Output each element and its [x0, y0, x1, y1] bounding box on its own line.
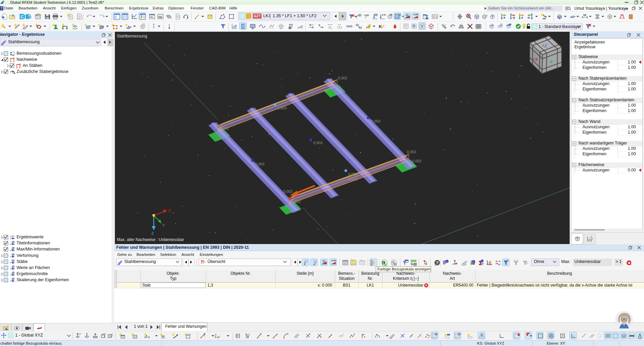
svg-text:-x: -x [527, 16, 530, 19]
svg-text:0,002: 0,002 [291, 199, 301, 204]
svg-text:x.xx: x.xx [364, 14, 369, 16]
svg-text:+X: +X [532, 57, 538, 62]
svg-text:z: z [521, 16, 523, 19]
svg-text:i: i [473, 261, 474, 263]
svg-text:2: 2 [215, 333, 217, 336]
svg-text:x.xx: x.xx [382, 14, 386, 16]
svg-text:X: X [382, 262, 384, 265]
svg-text:0,002: 0,002 [412, 159, 422, 163]
svg-text:Z: Z [151, 231, 154, 236]
svg-text:0,003: 0,003 [371, 119, 380, 123]
svg-text:C: C [21, 14, 24, 19]
svg-text:xx: xx [162, 335, 165, 338]
svg-text:I: I [26, 27, 26, 30]
svg-text:0,002: 0,002 [283, 189, 293, 193]
svg-text:X: X [168, 208, 171, 213]
svg-text:>sc: >sc [158, 16, 162, 18]
svg-text:X: X [392, 262, 394, 265]
svg-text:0,002: 0,002 [348, 172, 358, 176]
svg-text:0,003: 0,003 [277, 106, 287, 110]
svg-text:Max. aller Nachweise : Unbemes: Max. aller Nachweise : Unbemessbar [117, 237, 184, 242]
svg-text:0,002: 0,002 [338, 76, 347, 80]
svg-text:I: I [377, 336, 378, 339]
svg-text:Y: Y [162, 223, 165, 228]
svg-text:0,00: 0,00 [411, 262, 417, 266]
svg-text:x.xx: x.xx [10, 235, 15, 237]
svg-text:10: 10 [583, 14, 586, 17]
svg-text:0,003: 0,003 [255, 162, 265, 166]
svg-text:!: ! [204, 261, 205, 263]
svg-text:x.xx: x.xx [331, 259, 336, 262]
svg-text:Stahlbemessung: Stahlbemessung [117, 34, 147, 38]
svg-text:?: ? [436, 261, 439, 265]
svg-text:i: i [447, 260, 447, 263]
svg-text:0,002: 0,002 [220, 126, 229, 130]
svg-text:+Z: +Z [541, 43, 547, 49]
svg-text:x: x [146, 335, 147, 337]
svg-text:K: K [379, 24, 382, 29]
svg-text:0,002: 0,002 [348, 177, 358, 181]
svg-text:x.xx: x.xx [414, 13, 418, 16]
svg-text:i: i [482, 260, 482, 262]
svg-text:0,003: 0,003 [313, 141, 323, 145]
svg-text:0,002: 0,002 [407, 150, 416, 154]
svg-text:x: x [503, 16, 505, 19]
svg-text:-y: -y [512, 16, 515, 19]
svg-text:>>_: >>_ [150, 16, 154, 18]
